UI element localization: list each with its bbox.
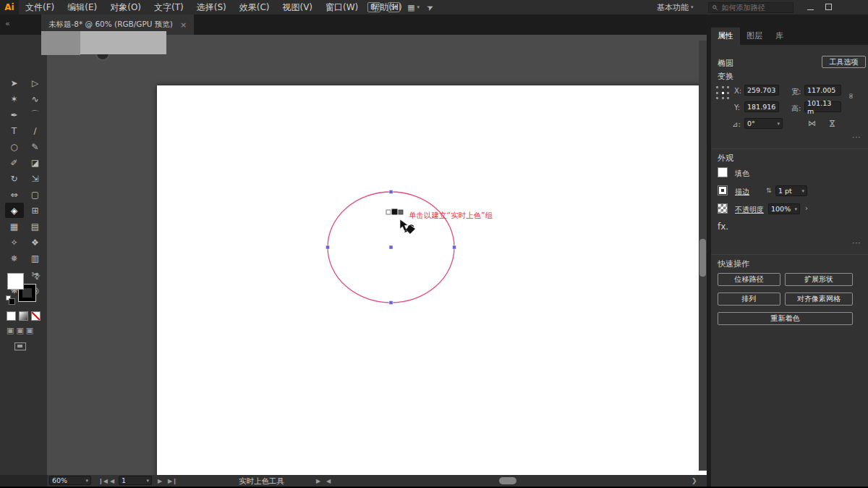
none-button[interactable] <box>31 311 41 321</box>
menu-item[interactable]: 视图(V) <box>276 1 319 14</box>
status-scroll-left-icon[interactable]: ◀ <box>326 478 331 484</box>
selection-tool[interactable]: ➤ <box>5 75 24 91</box>
screen-mode-icon[interactable] <box>14 342 26 350</box>
offset-path-button[interactable]: 位移路径 <box>718 273 780 286</box>
artboard-number-dropdown[interactable]: 1 ▾ <box>119 476 152 485</box>
line-segment-tool[interactable]: ∕ <box>26 123 45 138</box>
x-input[interactable]: 259.703 <box>744 85 779 96</box>
gradient-tool[interactable]: ▤ <box>26 219 45 234</box>
zoom-dropdown[interactable]: 60% ▾ <box>49 476 91 485</box>
symbol-sprayer-tool[interactable]: ✵ <box>5 251 24 266</box>
window-buttons <box>801 0 832 14</box>
blend-tool[interactable]: ❖ <box>26 235 45 250</box>
restore-button[interactable] <box>825 2 832 12</box>
menu-item[interactable]: 窗口(W) <box>319 1 365 14</box>
lasso-tool[interactable]: ∿ <box>26 91 45 106</box>
last-artboard-icon[interactable]: ▶❙ <box>168 478 177 484</box>
opacity-panel-chevron[interactable]: › <box>805 204 808 212</box>
tab-libraries[interactable]: 库 <box>769 28 790 45</box>
menu-item[interactable]: 编辑(E) <box>61 1 103 14</box>
free-transform-tool[interactable]: ▢ <box>26 187 45 202</box>
scale-tool[interactable]: ⇲ <box>26 171 45 186</box>
height-input[interactable]: 101.13 m <box>804 101 841 112</box>
menu-item[interactable]: 对象(O) <box>103 1 148 14</box>
flip-horizontal-icon[interactable]: ⋈ <box>808 119 816 128</box>
tab-properties[interactable]: 属性 <box>711 28 740 45</box>
workspace-switcher[interactable]: 基本功能 ▾ <box>651 2 699 13</box>
arrange-documents-icon[interactable]: ▦ ▾ <box>407 3 420 12</box>
minimize-button[interactable] <box>807 2 814 12</box>
opacity-swatch[interactable] <box>718 203 728 214</box>
scrollbar-right-arrow[interactable]: ❯ <box>692 477 697 484</box>
first-artboard-icon[interactable]: ❙◀ <box>98 478 108 484</box>
width-input[interactable]: 117.005 <box>804 85 841 96</box>
arrange-button[interactable]: 排列 <box>718 293 780 306</box>
fx-button[interactable]: fx. <box>718 222 728 232</box>
recolor-button[interactable]: 重新着色 <box>718 312 853 325</box>
y-input[interactable]: 181.916 <box>744 101 779 112</box>
vertical-scrollbar-thumb[interactable] <box>699 239 706 277</box>
live-paint-tooltip: 单击以建立“实时上色”组 <box>409 211 493 221</box>
draw-behind-icon[interactable]: ▣ <box>16 326 23 335</box>
default-fill-stroke-icon[interactable] <box>6 295 11 300</box>
menu-item[interactable]: 效果(C) <box>233 1 276 14</box>
reference-point-locator[interactable] <box>716 86 731 101</box>
draw-normal-icon[interactable]: ▣ <box>7 326 14 335</box>
constrain-proportions-icon[interactable]: ∞ <box>848 91 854 101</box>
paintbrush-tool[interactable]: ✎ <box>26 139 45 154</box>
fill-color-swatch[interactable] <box>7 273 24 290</box>
fill-swatch[interactable] <box>718 167 728 177</box>
share-icon[interactable]: ➤ <box>427 3 433 12</box>
search-input[interactable] <box>720 3 789 12</box>
bridge-button[interactable]: Br <box>367 2 380 12</box>
opacity-label[interactable]: 不透明度 <box>735 205 764 215</box>
magic-wand-tool[interactable]: ✶ <box>5 91 24 106</box>
draw-inside-icon[interactable]: ▣ <box>26 326 33 335</box>
canvas-area[interactable] <box>47 35 707 475</box>
align-pixel-grid-button[interactable]: 对齐像素网格 <box>785 293 853 306</box>
menu-item[interactable]: 选择(S) <box>190 1 233 14</box>
blurred-region <box>41 31 80 55</box>
direct-selection-tool[interactable]: ▷ <box>26 75 45 91</box>
ellipse-tool[interactable]: ○ <box>5 139 24 154</box>
stroke-weight-dropdown[interactable]: 1 pt ▾ <box>775 185 807 196</box>
color-button[interactable] <box>7 311 16 321</box>
transform-more-options[interactable]: ··· <box>852 133 861 141</box>
width-tool[interactable]: ⇔ <box>5 187 24 202</box>
perspective-grid-tool[interactable]: ⊞ <box>26 203 45 218</box>
horizontal-scrollbar-thumb[interactable] <box>499 477 516 484</box>
stock-button[interactable]: St <box>388 2 400 12</box>
rotate-tool[interactable]: ↻ <box>5 171 24 186</box>
menu-item[interactable]: 文字(T) <box>148 1 190 14</box>
type-tool[interactable]: T <box>5 123 24 138</box>
rotate-angle-dropdown[interactable]: 0° ▾ <box>744 118 783 129</box>
tab-overflow-icon[interactable]: « <box>5 19 10 28</box>
mesh-tool[interactable]: ▦ <box>5 219 24 234</box>
expand-shape-button[interactable]: 扩展形状 <box>785 273 853 286</box>
tool-options-button[interactable]: 工具选项 <box>822 56 866 68</box>
stroke-weight-stepper[interactable]: ⇅ <box>766 187 772 194</box>
flip-vertical-icon[interactable]: ⋈ <box>828 119 836 128</box>
gradient-button[interactable] <box>19 311 28 321</box>
next-artboard-icon[interactable]: ▶ <box>158 478 162 484</box>
previous-artboard-icon[interactable]: ◀ <box>110 478 114 484</box>
pencil-tool[interactable]: ✐ <box>5 155 24 170</box>
column-graph-tool[interactable]: ▥ <box>26 251 45 266</box>
close-icon[interactable]: × <box>180 20 187 30</box>
curvature-tool[interactable]: ⌒ <box>26 107 45 122</box>
selected-object-type: 椭圆 <box>718 58 733 69</box>
appearance-more-options[interactable]: ··· <box>852 239 861 247</box>
tab-layers[interactable]: 图层 <box>740 28 769 45</box>
eraser-tool[interactable]: ◪ <box>26 155 45 170</box>
stroke-swatch[interactable] <box>718 185 728 195</box>
eyedropper-tool[interactable]: ✧ <box>5 235 24 250</box>
opacity-dropdown[interactable]: 100% ▾ <box>768 203 800 214</box>
stroke-label[interactable]: 描边 <box>735 187 749 197</box>
live-paint-bucket-tool[interactable]: ◈ <box>5 203 24 218</box>
app-logo[interactable]: Ai <box>0 0 19 14</box>
artboard[interactable] <box>157 85 746 488</box>
menu-item[interactable]: 文件(F) <box>19 1 61 14</box>
status-scroll-right-icon[interactable]: ▶ <box>316 478 320 484</box>
search-box[interactable] <box>708 2 793 13</box>
pen-tool[interactable]: ✒ <box>5 107 24 122</box>
